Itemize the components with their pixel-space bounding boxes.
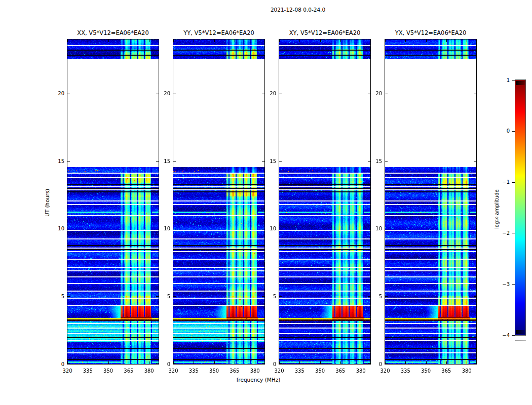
colorbar-tick-label: 0 <box>493 127 510 135</box>
colorbar-tick-label: −2 <box>493 229 510 237</box>
colorbar-tick <box>512 131 515 132</box>
colorbar-tick-label: 1 <box>493 76 510 84</box>
x-tick-label: 320 <box>376 367 394 375</box>
y-tick-label: 5 <box>369 293 382 300</box>
colorbar-tick <box>512 335 515 336</box>
x-tick-label: 350 <box>100 367 117 375</box>
colorbar-tick <box>512 233 515 233</box>
x-tick-label: 380 <box>458 367 475 375</box>
y-tick-label: 5 <box>263 293 276 300</box>
x-tick-label: 365 <box>332 367 349 375</box>
x-tick-label: 320 <box>59 367 76 375</box>
colorbar-tick <box>512 80 515 80</box>
x-tick-label: 335 <box>185 367 202 375</box>
spectrogram-panel-xy <box>279 39 371 364</box>
figure: 2021-12-08 0.0-24.0 UT (hours) XX, V5*V1… <box>0 0 532 405</box>
x-tick-label: 350 <box>417 367 435 375</box>
colorbar <box>515 79 526 336</box>
colorbar-minor-dots <box>515 340 526 341</box>
x-tick-label: 365 <box>226 367 243 375</box>
spectrogram-panel-xx <box>67 39 159 364</box>
x-tick-label: 350 <box>206 367 223 375</box>
x-tick-label: 320 <box>271 367 288 375</box>
panel-title-xx: XX, V5*V12=EA06*EA20 <box>67 29 159 36</box>
y-tick-label: 10 <box>157 225 170 232</box>
y-tick-label: 15 <box>157 157 170 165</box>
y-tick-label: 20 <box>263 90 276 97</box>
panel-title-xy: XY, V5*V12=EA06*EA20 <box>279 29 371 36</box>
y-tick-label: 15 <box>263 157 276 165</box>
y-tick-label: 10 <box>51 225 64 232</box>
y-tick-label: 10 <box>263 225 276 232</box>
y-tick-label: 5 <box>51 293 64 300</box>
colorbar-tick <box>512 284 515 285</box>
y-axis-label: UT (hours) <box>44 171 52 234</box>
y-tick-label: 5 <box>157 293 170 300</box>
x-axis-label: frequency (MHz) <box>182 377 334 383</box>
x-tick-label: 380 <box>140 367 158 375</box>
panel-title-yx: YX, V5*V12=EA06*EA20 <box>385 29 477 36</box>
colorbar-label-text: amplitude <box>494 189 500 217</box>
x-tick-label: 350 <box>312 367 329 375</box>
x-tick-label: 320 <box>165 367 182 375</box>
y-tick-label: 10 <box>369 225 382 232</box>
spectrogram-panel-yy <box>173 39 265 364</box>
x-tick-label: 365 <box>438 367 455 375</box>
x-tick-label: 365 <box>120 367 137 375</box>
panel-title-yy: YY, V5*V12=EA06*EA20 <box>173 29 265 36</box>
x-tick-label: 380 <box>352 367 369 375</box>
y-tick-label: 15 <box>369 157 382 165</box>
colorbar-tick-label: −1 <box>493 178 510 186</box>
colorbar-label-text: log <box>494 221 500 229</box>
colorbar-tick <box>512 182 515 183</box>
colorbar-label-subscript: 10 <box>495 217 499 221</box>
figure-title: 2021-12-08 0.0-24.0 <box>222 7 374 13</box>
y-tick-label: 15 <box>51 157 64 165</box>
colorbar-tick-label: −4 <box>493 332 510 339</box>
x-tick-label: 380 <box>246 367 263 375</box>
x-tick-label: 335 <box>291 367 308 375</box>
spectrogram-panel-yx <box>385 39 477 364</box>
y-tick-label: 20 <box>157 90 170 97</box>
x-tick-label: 335 <box>79 367 96 375</box>
colorbar-tick-label: −3 <box>493 280 510 288</box>
y-tick-label: 20 <box>51 90 64 97</box>
x-tick-label: 335 <box>397 367 414 375</box>
y-tick-label: 20 <box>369 90 382 97</box>
